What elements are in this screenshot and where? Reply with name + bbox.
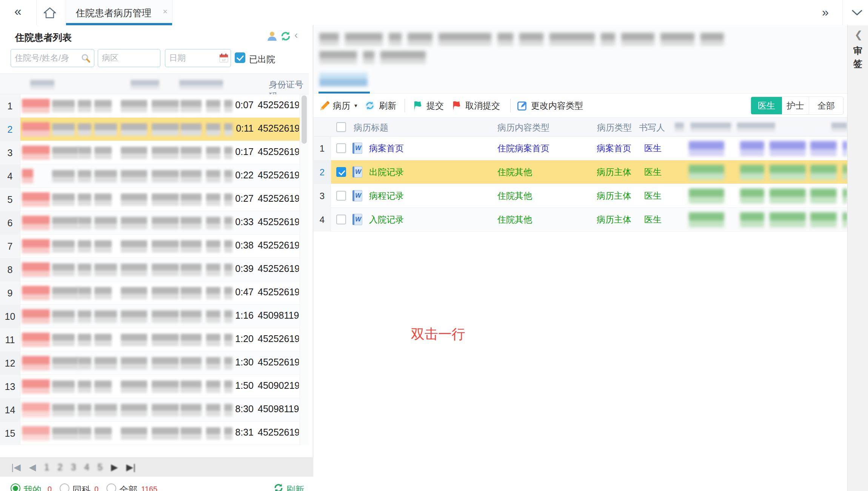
more-tabs-icon[interactable]: » xyxy=(822,5,829,19)
discharge-date-redacted xyxy=(180,357,202,370)
patient-data-redacted xyxy=(78,100,91,112)
cancel-submit-button[interactable]: 取消提交 xyxy=(451,94,500,118)
word-document-icon: W xyxy=(352,190,362,201)
patient-row[interactable]: 11 1:20 45252619 xyxy=(0,328,309,351)
word-document-icon: W xyxy=(352,166,362,178)
user-icon[interactable] xyxy=(267,31,277,41)
radio-mine-label[interactable]: 我的 xyxy=(23,484,42,491)
page-number[interactable]: 1 xyxy=(44,462,49,473)
tab-inpatient-records[interactable]: 住院患者病历管理 × xyxy=(66,0,172,25)
row-checkbox[interactable] xyxy=(336,191,346,201)
radio-same-dept-label[interactable]: 同科 xyxy=(72,484,91,491)
collapse-tabs-icon[interactable]: « xyxy=(14,4,22,18)
record-date-redacted xyxy=(740,141,764,156)
page-number[interactable]: 3 xyxy=(71,462,76,473)
cancel-flag-icon xyxy=(451,100,462,111)
record-row[interactable]: 1 W 病案首页 住院病案首页 病案首页 医生 xyxy=(314,137,847,160)
change-content-type-button[interactable]: 更改内容类型 xyxy=(517,94,583,118)
record-row[interactable]: 2 W 出院记录 住院其他 病历主体 医生 xyxy=(314,160,847,184)
panel-title: 住院患者列表 xyxy=(15,31,72,44)
patient-row[interactable]: 14 8:30 45098119 xyxy=(0,398,309,422)
record-title-link[interactable]: 病程记录 xyxy=(369,190,404,202)
row-checkbox[interactable] xyxy=(336,215,346,224)
patient-list: 1 0:07 45252619 2 0:11 45252619 3 xyxy=(0,94,309,445)
record-title-link[interactable]: 病案首页 xyxy=(369,143,404,154)
patient-row[interactable]: 7 0:38 45252619 xyxy=(0,235,309,258)
patient-row[interactable]: 10 1:16 45098119 xyxy=(0,305,309,328)
discharged-checkbox[interactable] xyxy=(235,52,245,63)
next-page-icon[interactable]: ▶ xyxy=(111,462,118,473)
patient-data-redacted xyxy=(52,240,75,253)
prev-page-icon[interactable]: ◀ xyxy=(29,462,36,473)
discharge-date-redacted xyxy=(180,123,202,136)
scrollbar-thumb[interactable] xyxy=(302,95,307,144)
patient-data-redacted xyxy=(52,310,75,323)
patient-data-redacted xyxy=(52,404,75,416)
refresh-icon[interactable] xyxy=(273,483,284,491)
patient-data-redacted xyxy=(78,287,91,299)
refresh-label[interactable]: 刷新 xyxy=(286,484,304,491)
id-number: 45252619 xyxy=(258,287,299,298)
refresh-button[interactable]: 刷新 xyxy=(364,94,396,118)
calendar-icon[interactable]: 17 xyxy=(219,53,229,63)
patient-data-redacted xyxy=(52,170,75,183)
inpatient-list-panel: 住院患者列表 ‹ 17 已出院 身份证号码 1 xyxy=(0,25,313,491)
patient-list-scrollbar[interactable] xyxy=(300,94,309,445)
discharge-date-redacted xyxy=(206,310,220,323)
tab-patient-record-redacted[interactable] xyxy=(319,73,368,86)
record-dropdown-button[interactable]: 病历 ▾ xyxy=(319,94,357,118)
row-checkbox[interactable] xyxy=(336,143,346,153)
patient-row[interactable]: 3 0:17 45252619 xyxy=(0,141,309,164)
filter-nurse-button[interactable]: 护士 xyxy=(782,97,809,114)
patient-row[interactable]: 8 0:39 45252619 xyxy=(0,258,309,281)
radio-all-label[interactable]: 全部 xyxy=(119,484,137,491)
radio-same-dept[interactable] xyxy=(60,483,69,491)
page-number[interactable]: 5 xyxy=(98,462,103,473)
page-number[interactable]: 2 xyxy=(58,462,63,473)
patient-row[interactable]: 6 0:33 45252619 xyxy=(0,211,309,235)
record-title-link[interactable]: 出院记录 xyxy=(369,166,404,178)
admission-no-redacted xyxy=(121,310,147,323)
row-checkbox[interactable] xyxy=(336,167,346,177)
radio-mine[interactable] xyxy=(11,483,20,491)
patient-row[interactable]: 5 0:27 45252619 xyxy=(0,188,309,211)
record-row[interactable]: 3 W 病程记录 住院其他 病历主体 医生 xyxy=(314,184,847,208)
patient-row[interactable]: 2 0:11 45252619 xyxy=(0,118,309,141)
filter-doctor-button[interactable]: 医生 xyxy=(751,97,782,114)
patient-data-redacted xyxy=(52,217,78,229)
ward-input[interactable] xyxy=(98,49,160,67)
patient-data-redacted xyxy=(94,334,112,346)
chevron-down-icon[interactable] xyxy=(851,9,863,17)
cancel-submit-label: 取消提交 xyxy=(465,100,500,112)
column-header-redacted xyxy=(691,123,731,132)
patient-row[interactable]: 4 0:22 45252619 xyxy=(0,164,309,188)
tab-close-icon[interactable]: × xyxy=(163,7,168,17)
radio-all[interactable] xyxy=(106,483,116,491)
patient-data-redacted xyxy=(52,427,78,440)
patient-row[interactable]: 13 1:50 45090219 xyxy=(0,375,309,398)
search-icon[interactable] xyxy=(81,53,91,63)
record-row[interactable]: 4 W 入院记录 住院其他 病历主体 医生 xyxy=(314,208,847,232)
patient-name-redacted xyxy=(22,333,50,347)
select-all-checkbox[interactable] xyxy=(336,122,346,132)
panel-collapse-icon[interactable]: ‹ xyxy=(294,29,298,41)
patient-row[interactable]: 9 0:47 45252619 xyxy=(0,281,309,305)
patient-row[interactable]: 1 0:07 45252619 xyxy=(0,94,309,118)
page-number[interactable]: 4 xyxy=(84,462,89,473)
first-page-icon[interactable]: |◀ xyxy=(11,462,21,473)
refresh-icon[interactable] xyxy=(280,31,291,42)
last-page-icon[interactable]: ▶| xyxy=(126,462,135,473)
expand-left-icon[interactable]: ❮ xyxy=(854,29,863,41)
filter-all-button[interactable]: 全部 xyxy=(809,97,843,114)
column-header-redacted xyxy=(831,123,847,132)
submit-button[interactable]: 提交 xyxy=(412,94,444,118)
patient-row[interactable]: 12 1:30 45252619 xyxy=(0,351,309,375)
home-icon[interactable] xyxy=(43,6,57,19)
patient-data-redacted xyxy=(94,240,112,253)
review-sign-drawer-toggle[interactable]: ❮ 审 签 xyxy=(847,25,868,491)
dept-count: 0 xyxy=(94,485,98,491)
discharge-date-redacted xyxy=(206,404,220,416)
patient-row[interactable]: 15 8:31 45252619 xyxy=(0,422,309,445)
id-number: 45252619 xyxy=(258,427,299,438)
record-title-link[interactable]: 入院记录 xyxy=(369,214,404,226)
